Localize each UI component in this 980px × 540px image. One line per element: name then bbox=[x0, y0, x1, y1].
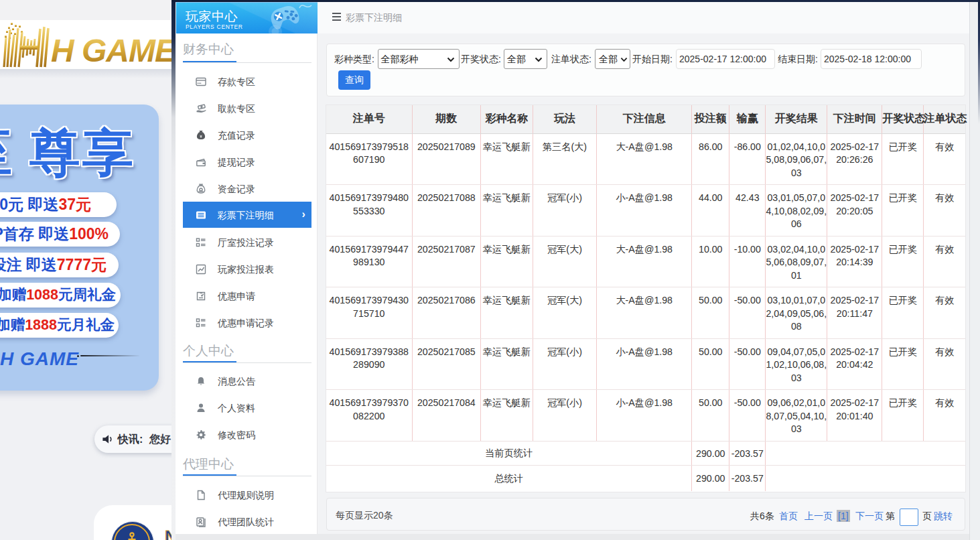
svg-text:H GAME: H GAME bbox=[51, 33, 171, 68]
